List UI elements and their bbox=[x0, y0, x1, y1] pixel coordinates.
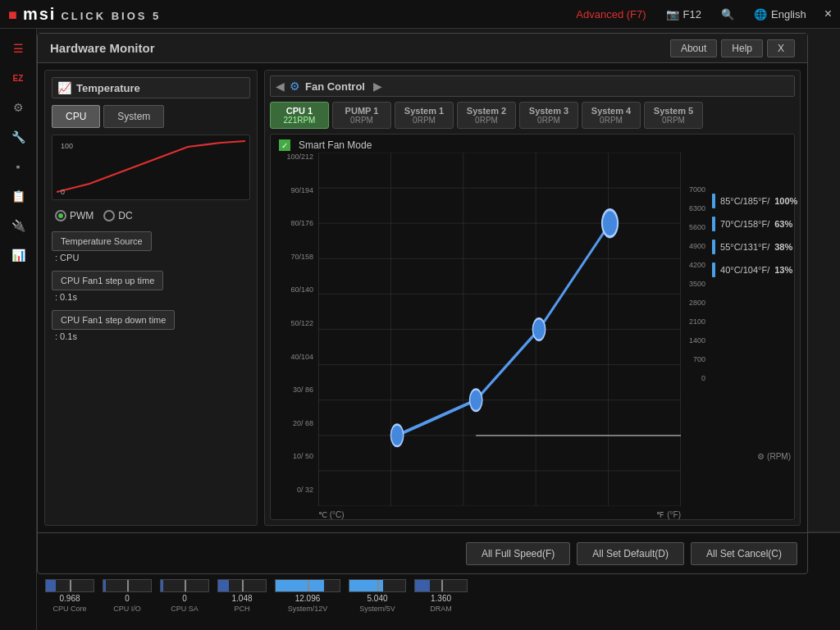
dc-radio[interactable]: DC bbox=[103, 210, 132, 221]
volt-sys5v: 5.040 System/5V bbox=[349, 579, 406, 613]
all-set-default-button[interactable]: All Set Default(D) bbox=[577, 542, 684, 565]
pwm-radio[interactable]: PWM bbox=[55, 210, 94, 221]
volt-dram: 1.360 DRAM bbox=[414, 579, 468, 613]
volt-cpu-io: 0 CPU I/O bbox=[103, 579, 152, 613]
fan-name-1: PUMP 1 bbox=[341, 106, 382, 116]
topbar: ■ msi CLICK BIOS 5 Advanced (F7) 📷 F12 🔍… bbox=[0, 0, 840, 29]
volt-bar-cpu-sa bbox=[160, 579, 209, 592]
step-up-button[interactable]: CPU Fan1 step up time bbox=[52, 271, 163, 290]
temperature-title: Temperature bbox=[76, 82, 140, 94]
chart-y-labels: 100/212 90/194 80/176 70/158 60/140 50/1… bbox=[274, 153, 315, 506]
fan-tab-1[interactable]: PUMP 1 0RPM bbox=[332, 102, 391, 129]
svg-point-22 bbox=[532, 318, 545, 340]
legend-bar-1 bbox=[712, 217, 715, 231]
dc-radio-circle bbox=[103, 210, 115, 221]
nav-left-arrow[interactable]: ◀ bbox=[276, 80, 285, 93]
legend-item-2: 55°C/131°F/ 38% bbox=[712, 240, 797, 254]
fan-control-title: Fan Control bbox=[305, 80, 365, 93]
search-button[interactable]: 🔍 bbox=[711, 5, 744, 24]
system-tab[interactable]: System bbox=[103, 105, 164, 128]
step-down-value: : 0.1s bbox=[52, 330, 250, 343]
volt-cpu-sa: 0 CPU SA bbox=[160, 579, 209, 613]
fan-tab-6[interactable]: System 5 0RPM bbox=[644, 102, 703, 129]
temp-source-value: : CPU bbox=[52, 251, 250, 264]
sidebar-item-plugin[interactable]: 🔌 bbox=[5, 214, 31, 237]
close-button[interactable]: × bbox=[824, 7, 832, 21]
fan-tab-0[interactable]: CPU 1 221RPM bbox=[270, 102, 329, 129]
fan-rpm-5: 0RPM bbox=[591, 116, 632, 125]
smart-fan-checkbox[interactable]: ✓ bbox=[279, 139, 290, 151]
temp-source-button[interactable]: Temperature Source bbox=[52, 231, 152, 251]
fan-control-header: ◀ ⚙ Fan Control ▶ bbox=[270, 75, 795, 97]
help-button[interactable]: Help bbox=[721, 39, 763, 57]
volt-bar-cpu-core bbox=[45, 579, 94, 592]
volt-bar-sys12v bbox=[275, 579, 340, 592]
fan-tabs: CPU 1 221RPM PUMP 1 0RPM System 1 0RPM S… bbox=[270, 102, 795, 129]
about-button[interactable]: About bbox=[670, 39, 717, 57]
volt-pch: 1.048 PCH bbox=[217, 579, 267, 613]
fan-rpm-1: 0RPM bbox=[341, 116, 382, 125]
globe-icon: 🌐 bbox=[754, 8, 767, 21]
volt-sys12v: 12.096 System/12V bbox=[275, 579, 340, 613]
fan-rpm-0: 221RPM bbox=[279, 116, 320, 125]
fan-rpm-6: 0RPM bbox=[653, 116, 694, 125]
temp-tab-group: CPU System bbox=[52, 105, 250, 128]
chart-area: 100/212 90/194 80/176 70/158 60/140 50/1… bbox=[274, 153, 791, 506]
cpu-tab[interactable]: CPU bbox=[52, 105, 100, 128]
step-down-group: CPU Fan1 step down time : 0.1s bbox=[52, 310, 250, 343]
sidebar-item-monitor[interactable]: 📊 bbox=[5, 244, 31, 267]
advanced-button[interactable]: Advanced (F7) bbox=[566, 5, 655, 24]
fan-tab-2[interactable]: System 1 0RPM bbox=[395, 102, 454, 129]
pwm-radio-circle bbox=[55, 210, 66, 221]
fan-tab-5[interactable]: System 4 0RPM bbox=[582, 102, 641, 129]
f12-button[interactable]: 📷 F12 bbox=[656, 5, 711, 24]
fan-tab-3[interactable]: System 2 0RPM bbox=[457, 102, 516, 129]
svg-text:0: 0 bbox=[61, 188, 65, 196]
all-set-cancel-button[interactable]: All Set Cancel(C) bbox=[691, 542, 797, 565]
hw-bottom-bar: All Full Speed(F) All Set Default(D) All… bbox=[38, 532, 807, 573]
left-panel: 📈 Temperature CPU System 100 0 PWM bbox=[44, 70, 258, 526]
step-down-button[interactable]: CPU Fan1 step down time bbox=[52, 310, 175, 330]
pwm-label: PWM bbox=[70, 210, 94, 221]
fan-name-0: CPU 1 bbox=[279, 106, 320, 116]
language-button[interactable]: 🌐 English bbox=[744, 5, 816, 24]
fan-rpm-2: 0RPM bbox=[404, 116, 445, 125]
advanced-label: Advanced (F7) bbox=[576, 8, 646, 21]
sidebar-item-ez[interactable]: EZ bbox=[5, 66, 31, 89]
all-full-speed-button[interactable]: All Full Speed(F) bbox=[466, 542, 570, 565]
temperature-section-header: 📈 Temperature bbox=[52, 77, 250, 98]
fan-name-6: System 5 bbox=[653, 106, 694, 116]
legend-bar-3 bbox=[712, 262, 715, 277]
temperature-icon: 📈 bbox=[57, 81, 71, 94]
sidebar-item-settings[interactable]: ⚙ bbox=[5, 96, 31, 119]
sidebar: ☰ EZ ⚙ 🔧 ▪ 📋 🔌 📊 bbox=[0, 29, 37, 630]
volt-cpu-core: 0.968 CPU Core bbox=[45, 579, 94, 613]
volt-bar-cpu-io bbox=[103, 579, 152, 592]
volt-bar-pch bbox=[217, 579, 267, 592]
fan-name-2: System 1 bbox=[404, 106, 445, 116]
dc-label: DC bbox=[118, 210, 132, 221]
hw-close-button[interactable]: X bbox=[767, 39, 795, 57]
chart-svg bbox=[318, 153, 681, 506]
chart-right-legend: 7000 6300 5600 4900 4200 3500 2800 2100 … bbox=[684, 153, 791, 506]
svg-point-23 bbox=[602, 210, 618, 237]
hardware-monitor-panel: Hardware Monitor About Help X 📈 Temperat… bbox=[37, 33, 808, 574]
hw-title: Hardware Monitor bbox=[50, 41, 666, 55]
right-panel: ◀ ⚙ Fan Control ▶ CPU 1 221RPM PUMP 1 0R… bbox=[264, 70, 801, 526]
volt-bar-sys5v bbox=[349, 579, 406, 592]
fan-chart[interactable]: ✓ Smart Fan Mode 100/212 90/194 80/176 7… bbox=[270, 134, 795, 520]
smart-fan-label: Smart Fan Mode bbox=[299, 139, 372, 151]
sidebar-item-list[interactable]: 📋 bbox=[5, 185, 31, 208]
temp-source-group: Temperature Source : CPU bbox=[52, 231, 250, 264]
voltage-bars: 0.968 CPU Core 0 CPU I/O 0 CPU SA 1.04 bbox=[45, 579, 832, 613]
sidebar-item-main[interactable]: ☰ bbox=[5, 37, 31, 60]
sidebar-item-tools[interactable]: 🔧 bbox=[5, 126, 31, 148]
fan-name-4: System 3 bbox=[528, 106, 569, 116]
fan-rpm-icon: ⚙ bbox=[757, 452, 765, 461]
rpm-label: (RPM) bbox=[767, 452, 791, 461]
hw-title-bar: Hardware Monitor About Help X bbox=[38, 34, 807, 63]
fan-tab-4[interactable]: System 3 0RPM bbox=[519, 102, 578, 129]
nav-right-arrow[interactable]: ▶ bbox=[373, 80, 382, 93]
sidebar-item-display[interactable]: ▪ bbox=[5, 155, 31, 178]
chart-svg-wrap[interactable]: ℃ (°C) ℉ (°F) bbox=[318, 153, 681, 506]
